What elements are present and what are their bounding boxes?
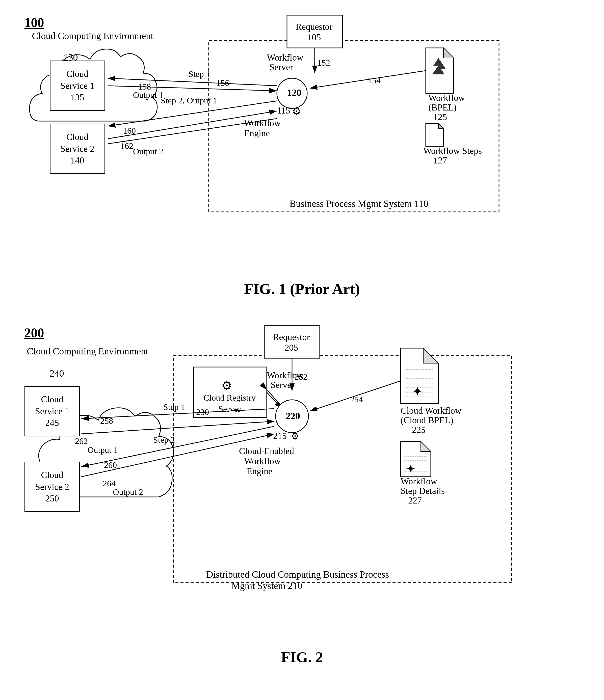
svg-line-36 [108, 119, 277, 144]
svg-rect-0 [209, 40, 499, 212]
svg-text:Server: Server [271, 380, 294, 390]
svg-text:Engine: Engine [244, 128, 270, 138]
svg-text:160: 160 [123, 126, 136, 135]
svg-text:260: 260 [104, 460, 117, 470]
svg-text:Step Details: Step Details [401, 486, 445, 496]
svg-text:127: 127 [433, 155, 447, 166]
fig1-cloud-service-2-box: Cloud Service 2 140 [50, 124, 105, 174]
svg-text:Cloud Workflow: Cloud Workflow [401, 406, 461, 416]
fig1-cloud-service-1-box: Cloud Service 1 135 [50, 60, 105, 111]
svg-text:Workflow: Workflow [244, 456, 281, 466]
svg-text:(BPEL): (BPEL) [428, 102, 457, 112]
svg-text:115: 115 [277, 105, 290, 116]
svg-text:Workflow: Workflow [244, 118, 281, 128]
svg-marker-16 [432, 66, 445, 74]
svg-text:158: 158 [138, 82, 151, 91]
svg-marker-15 [436, 62, 446, 69]
svg-point-4 [277, 78, 307, 108]
svg-text:Workflow: Workflow [401, 476, 437, 486]
svg-text:262: 262 [75, 436, 88, 446]
svg-line-94 [81, 421, 274, 434]
svg-text:252: 252 [294, 372, 308, 381]
svg-text:Step 2: Step 2 [153, 435, 175, 445]
fig2-cloud-service-1-box: Cloud Service 1 245 [24, 386, 80, 436]
svg-text:(Cloud BPEL): (Cloud BPEL) [401, 415, 453, 425]
svg-text:Workflow: Workflow [267, 52, 304, 62]
svg-text:Workflow Steps: Workflow Steps [423, 146, 482, 156]
svg-text:225: 225 [412, 425, 426, 435]
svg-line-76 [310, 381, 401, 411]
svg-text:Distributed Cloud Computing Bu: Distributed Cloud Computing Business Pro… [206, 569, 389, 580]
svg-marker-20 [426, 124, 443, 146]
svg-point-54 [275, 400, 309, 433]
svg-marker-14 [433, 58, 443, 66]
svg-text:227: 227 [408, 495, 422, 505]
fig2-diagram: 200 Cloud Computing Environment 240 Dist… [24, 325, 580, 666]
svg-text:154: 154 [368, 76, 381, 85]
fig2-label: 200 [24, 325, 44, 340]
svg-text:Server: Server [269, 62, 293, 72]
svg-text:✦: ✦ [406, 462, 416, 475]
svg-line-29 [108, 86, 277, 91]
svg-text:215: 215 [273, 431, 287, 441]
svg-line-52 [267, 392, 282, 409]
svg-text:Cloud-Enabled: Cloud-Enabled [239, 446, 294, 456]
svg-text:Mgmt System   210: Mgmt System 210 [232, 580, 303, 591]
svg-line-24 [310, 71, 426, 88]
fig2-cloud-registry-box: Cloud Registry Server [193, 367, 266, 418]
svg-text:258: 258 [100, 416, 113, 426]
fig2-svg-overlay: Distributed Cloud Computing Business Pro… [24, 325, 580, 666]
svg-line-26 [108, 78, 277, 86]
svg-marker-63 [401, 348, 438, 404]
svg-text:Engine: Engine [247, 466, 272, 476]
svg-marker-12 [426, 48, 454, 93]
svg-marker-78 [401, 442, 431, 477]
svg-text:Workflow: Workflow [428, 93, 465, 103]
svg-marker-21 [438, 124, 443, 129]
svg-text:120: 120 [287, 87, 301, 98]
fig2-cloud-service-2-box: Cloud Service 2 250 [24, 461, 80, 512]
fig2-requestor-box: Requestor 205 [264, 326, 319, 359]
svg-line-53 [267, 390, 280, 404]
svg-text:Workflow: Workflow [267, 370, 304, 380]
svg-text:Step 2, Output 1: Step 2, Output 1 [161, 96, 217, 105]
fig1-requestor-box: Requestor 105 [287, 16, 342, 48]
fig2-cloud-env-label: Cloud Computing Environment [27, 346, 148, 357]
svg-text:264: 264 [103, 479, 116, 488]
fig1-diagram: 100 Cloud Computing Environment 130 152 … [24, 15, 580, 305]
fig1-label: 100 [24, 15, 44, 30]
svg-text:162: 162 [120, 141, 133, 151]
svg-text:Output 2: Output 2 [133, 147, 163, 156]
fig1-cloud-env-label: Cloud Computing Environment [32, 30, 153, 41]
svg-text:125: 125 [433, 112, 447, 122]
svg-text:254: 254 [350, 395, 363, 404]
svg-line-98 [81, 434, 274, 477]
svg-text:✦: ✦ [412, 384, 423, 399]
svg-text:⚙: ⚙ [292, 106, 301, 117]
svg-text:Output 1: Output 1 [133, 90, 163, 100]
svg-line-34 [108, 111, 277, 139]
svg-marker-13 [443, 48, 454, 58]
svg-line-32 [108, 101, 277, 126]
svg-text:Business Process Mgmt System  : Business Process Mgmt System 110 [290, 198, 428, 209]
svg-text:⚙: ⚙ [291, 431, 299, 442]
fig2-cloud-env-number: 240 [50, 368, 64, 379]
svg-text:Output 2: Output 2 [113, 488, 143, 497]
fig2-caption: FIG. 2 [281, 649, 323, 666]
fig1-svg-overlay: 152 120 115 ⚙ Workflow Engine Workflow S… [24, 15, 580, 293]
svg-text:Step 1: Step 1 [189, 69, 210, 79]
svg-text:220: 220 [286, 411, 300, 421]
svg-line-95 [81, 426, 274, 467]
svg-marker-64 [423, 348, 438, 363]
svg-marker-79 [421, 442, 431, 452]
fig1-caption: FIG. 1 (Prior Art) [244, 280, 360, 298]
svg-text:Step 1: Step 1 [163, 402, 185, 412]
svg-text:Output 1: Output 1 [88, 445, 118, 454]
svg-text:152: 152 [317, 58, 330, 67]
svg-text:156: 156 [216, 78, 229, 88]
